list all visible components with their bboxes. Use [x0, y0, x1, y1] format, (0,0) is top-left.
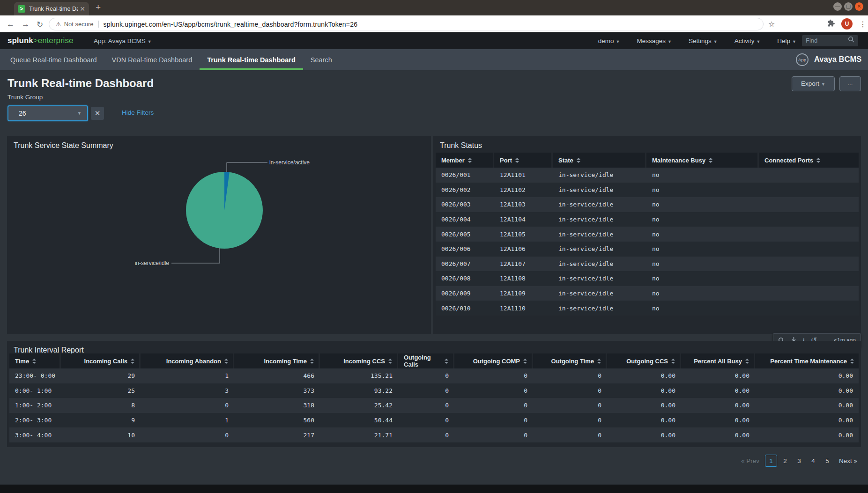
find-input[interactable]: Find: [802, 35, 858, 46]
column-header-outgoing-comp[interactable]: Outgoing COMP: [454, 353, 533, 368]
table-row[interactable]: 0026/00712A1107in-service/idleno: [436, 257, 859, 272]
pagination-page-2[interactable]: 2: [779, 455, 791, 467]
column-header-label: Time: [15, 358, 29, 365]
find-placeholder: Find: [806, 35, 848, 46]
table-cell: 3:00- 4:00: [9, 427, 61, 442]
chevron-down-icon: ▼: [792, 39, 796, 44]
maximize-icon[interactable]: ▢: [844, 2, 853, 11]
table-cell: in-service/idle: [553, 168, 646, 183]
table-cell: 0: [141, 427, 234, 442]
new-tab-icon[interactable]: +: [96, 2, 101, 13]
address-bar[interactable]: ⚠ Not secure splunk.upinget.com/en-US/ap…: [49, 18, 764, 30]
avatar[interactable]: U: [841, 18, 853, 29]
table-row[interactable]: 0026/00312A1103in-service/idleno: [436, 197, 859, 212]
table-row[interactable]: 0026/00412A1104in-service/idleno: [436, 212, 859, 227]
trunk-group-dropdown[interactable]: 26 ▼: [7, 105, 88, 121]
table-cell: 12A1106: [494, 242, 553, 257]
table-row[interactable]: 0026/00212A1102in-service/idleno: [436, 183, 859, 198]
column-header-percent-all-busy[interactable]: Percent All Busy: [681, 353, 755, 368]
table-row[interactable]: 0:00- 1:0025337393.220000.000.000.00: [9, 383, 859, 398]
column-header-label: Outgoing Time: [551, 358, 594, 365]
nav-tab-search[interactable]: Search: [303, 49, 340, 70]
pagination-prev[interactable]: « Prev: [741, 457, 759, 464]
forward-icon[interactable]: →: [22, 20, 30, 29]
pagination-page-4[interactable]: 4: [807, 455, 819, 467]
column-header-incoming-calls[interactable]: Incoming Calls: [61, 353, 141, 368]
table-cell: 0: [398, 398, 454, 413]
clear-filter-button[interactable]: ✕: [91, 107, 104, 120]
table-cell: 0: [398, 368, 454, 383]
browser-tab[interactable]: > Trunk Real-time Dashboa ✕: [14, 2, 89, 15]
table-cell: 0026/008: [436, 271, 494, 286]
splunk-logo[interactable]: splunk>enterprise: [7, 36, 73, 45]
topbar-menu-activity[interactable]: Activity▼: [734, 37, 761, 44]
reload-icon[interactable]: ↻: [37, 20, 43, 29]
export-button[interactable]: Export▼: [792, 76, 835, 91]
column-header-incoming-time[interactable]: Incoming Time: [234, 353, 320, 368]
topbar-menu-demo[interactable]: demo▼: [598, 37, 620, 44]
column-header-outgoing-time[interactable]: Outgoing Time: [533, 353, 607, 368]
column-header-port[interactable]: Port: [494, 153, 553, 168]
app-menu[interactable]: App: Avaya BCMS▼: [94, 37, 152, 44]
table-cell: 12A1108: [494, 271, 553, 286]
sort-icon: [515, 158, 519, 163]
table-cell: 0: [454, 427, 533, 442]
table-row[interactable]: 0026/01012A1110in-service/idleno: [436, 301, 859, 316]
nav-tab-queue-real-time-dashboard[interactable]: Queue Real-time Dashboard: [3, 49, 104, 70]
table-row[interactable]: 1:00- 2:008031825.420000.000.000.00: [9, 398, 859, 413]
table-row[interactable]: 23:00- 0:00291466135.210000.000.000.00: [9, 368, 859, 383]
table-row[interactable]: 0026/00812A1108in-service/idleno: [436, 271, 859, 286]
sort-icon: [32, 359, 36, 364]
table-cell: 12A1101: [494, 168, 553, 183]
chevron-down-icon: ▼: [616, 39, 620, 44]
column-header-incoming-ccs[interactable]: Incoming CCS: [320, 353, 398, 368]
hide-filters-link[interactable]: Hide Filters: [122, 109, 154, 116]
table-row[interactable]: 2:00- 3:009156050.440000.000.000.00: [9, 413, 859, 428]
table-cell: 0.00: [681, 383, 755, 398]
pagination-page-1[interactable]: 1: [765, 455, 777, 467]
table-cell: [759, 257, 859, 272]
extensions-icon[interactable]: [827, 19, 835, 29]
nav-tab-trunk-real-time-dashboard[interactable]: Trunk Real-time Dashboard: [200, 49, 303, 70]
column-header-percent-time-maintenance[interactable]: Percent Time Maintenance: [755, 353, 859, 368]
column-header-label: Outgoing CCS: [626, 358, 668, 365]
back-icon[interactable]: ←: [7, 20, 15, 29]
minimize-icon[interactable]: —: [833, 2, 842, 11]
column-header-outgoing-calls[interactable]: Outgoing Calls: [398, 353, 454, 368]
table-row[interactable]: 0026/00612A1106in-service/idleno: [436, 242, 859, 257]
app-menu-label: App: Avaya BCMS: [94, 37, 146, 44]
pagination-page-5[interactable]: 5: [821, 455, 833, 467]
column-header-connected-ports[interactable]: Connected Ports: [759, 153, 859, 168]
column-header-outgoing-ccs[interactable]: Outgoing CCS: [607, 353, 681, 368]
pie-chart[interactable]: in-service/active in-service/idle: [11, 153, 428, 326]
browser-menu-icon[interactable]: ⋮: [859, 20, 867, 29]
pagination-next[interactable]: Next »: [839, 457, 857, 464]
table-cell: 0026/009: [436, 286, 494, 301]
column-header-incoming-abandon[interactable]: Incoming Abandon: [141, 353, 234, 368]
table-cell: [759, 271, 859, 286]
table-row[interactable]: 3:00- 4:0010021721.710000.000.000.00: [9, 427, 859, 442]
nav-tab-vdn-real-time-dashboard[interactable]: VDN Real-time Dashboard: [104, 49, 200, 70]
column-header-time[interactable]: Time: [9, 353, 61, 368]
table-cell: 12A1103: [494, 197, 553, 212]
topbar-menu-settings[interactable]: Settings▼: [689, 37, 718, 44]
column-header-member[interactable]: Member: [436, 153, 494, 168]
table-row[interactable]: 0026/00512A1105in-service/idleno: [436, 227, 859, 242]
column-header-maintenance-busy[interactable]: Maintenance Busy: [646, 153, 759, 168]
table-cell: [759, 183, 859, 198]
table-row[interactable]: 0026/00112A1101in-service/idleno: [436, 168, 859, 183]
trunk-status-rows: 0026/00112A1101in-service/idleno0026/002…: [436, 168, 859, 316]
topbar-menu-messages[interactable]: Messages▼: [637, 37, 671, 44]
table-row[interactable]: 0026/00912A1109in-service/idleno: [436, 286, 859, 301]
table-cell: 0.00: [755, 427, 859, 442]
column-header-state[interactable]: State: [553, 153, 646, 168]
topbar-menu-help[interactable]: Help▼: [777, 37, 796, 44]
close-window-icon[interactable]: ✕: [855, 2, 863, 11]
more-actions-button[interactable]: ...: [839, 76, 861, 91]
close-tab-icon[interactable]: ✕: [80, 5, 85, 13]
bookmark-star-icon[interactable]: ☆: [768, 20, 775, 29]
table-cell: 1: [141, 413, 234, 428]
pagination-page-3[interactable]: 3: [793, 455, 805, 467]
table-cell: 0: [454, 398, 533, 413]
sort-icon: [445, 359, 448, 364]
